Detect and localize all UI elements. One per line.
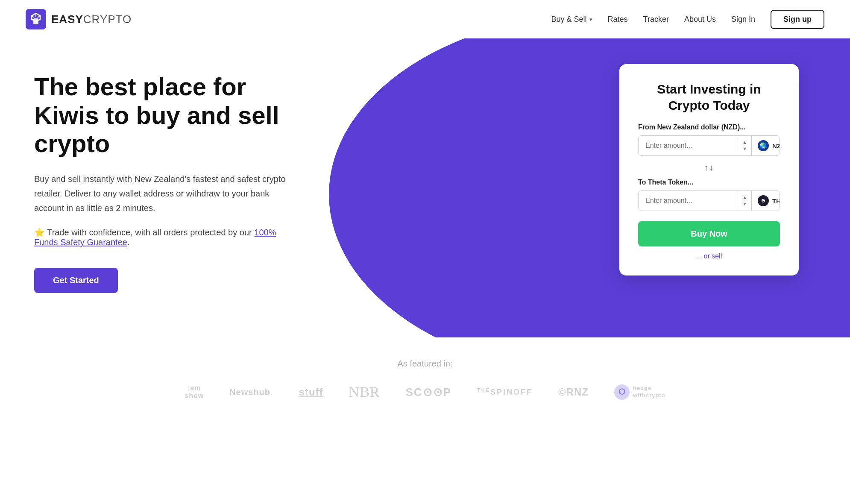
get-started-button[interactable]: Get Started bbox=[34, 268, 118, 293]
invest-card: Start Investing in Crypto Today From New… bbox=[619, 64, 799, 275]
hero-subtitle: Buy and sell instantly with New Zealand'… bbox=[34, 172, 290, 215]
logo[interactable]: EASYCRYPTO bbox=[26, 9, 132, 29]
stepper-up-icon: ▲ bbox=[742, 139, 747, 146]
hero-left-content: The best place for Kiwis to buy and sell… bbox=[0, 38, 325, 319]
featured-section: As featured in: :amshow Newshub. stuff N… bbox=[0, 337, 850, 426]
featured-label: As featured in: bbox=[34, 359, 816, 369]
stepper-down-icon: ▼ bbox=[742, 146, 747, 152]
or-sell-link[interactable]: ... or sell bbox=[638, 252, 780, 260]
from-currency-selector[interactable]: 🌏 NZD ▾ bbox=[751, 136, 780, 155]
hero-section: The best place for Kiwis to buy and sell… bbox=[0, 38, 850, 337]
from-amount-input[interactable] bbox=[639, 136, 738, 155]
logo-icon bbox=[26, 9, 46, 29]
to-amount-stepper[interactable]: ▲ ▼ bbox=[738, 193, 751, 209]
nzd-flag-icon: 🌏 bbox=[758, 140, 769, 151]
featured-logos-row: :amshow Newshub. stuff NBR SC⊙⊙P THESPIN… bbox=[34, 384, 816, 400]
logo-the-spinoff: THESPINOFF bbox=[477, 387, 533, 397]
nav-buy-sell[interactable]: Buy & Sell ▾ bbox=[551, 15, 592, 24]
swap-arrows-button[interactable]: ↑↓ bbox=[638, 163, 780, 173]
hero-guarantee: ⭐ Trade with confidence, with all orders… bbox=[34, 227, 290, 247]
from-label: From New Zealand dollar (NZD)... bbox=[638, 123, 780, 131]
logo-stuff: stuff bbox=[299, 386, 323, 398]
logo-wordmark: EASYCRYPTO bbox=[51, 13, 132, 26]
nav-tracker[interactable]: Tracker bbox=[643, 15, 669, 24]
hero-right-card: Start Investing in Crypto Today From New… bbox=[619, 64, 799, 275]
logo-the-am-show: :amshow bbox=[185, 384, 204, 399]
nav-rates[interactable]: Rates bbox=[608, 15, 628, 24]
main-nav: Buy & Sell ▾ Rates Tracker About Us Sign… bbox=[551, 10, 824, 29]
logo-rnz: ©RNZ bbox=[558, 386, 589, 398]
stepper-up-icon: ▲ bbox=[742, 194, 747, 201]
from-amount-stepper[interactable]: ▲ ▼ bbox=[738, 138, 751, 154]
logo-scoop: SC⊙⊙P bbox=[406, 386, 451, 399]
sign-in-button[interactable]: Sign In bbox=[731, 15, 755, 24]
buy-now-button[interactable]: Buy Now bbox=[638, 221, 780, 246]
sign-up-button[interactable]: Sign up bbox=[771, 10, 824, 29]
theta-token-icon: Θ bbox=[758, 195, 769, 206]
from-input-row: ▲ ▼ 🌏 NZD ▾ bbox=[638, 135, 780, 156]
logo-newshub: Newshub. bbox=[229, 387, 273, 397]
header: EASYCRYPTO Buy & Sell ▾ Rates Tracker Ab… bbox=[0, 0, 850, 38]
to-label: To Theta Token... bbox=[638, 179, 780, 186]
hero-title: The best place for Kiwis to buy and sell… bbox=[34, 73, 290, 158]
logo-hedge-with-crypto: ⬡ hedgewithcrypto bbox=[614, 384, 665, 400]
to-amount-input[interactable] bbox=[639, 191, 738, 211]
to-input-row: ▲ ▼ Θ THETA ▾ bbox=[638, 190, 780, 211]
nav-about-us[interactable]: About Us bbox=[684, 15, 716, 24]
invest-card-title: Start Investing in Crypto Today bbox=[638, 81, 780, 113]
logo-nbr: NBR bbox=[349, 384, 380, 400]
chevron-down-icon: ▾ bbox=[589, 16, 592, 23]
stepper-down-icon: ▼ bbox=[742, 201, 747, 207]
svg-rect-1 bbox=[33, 18, 38, 24]
to-currency-selector[interactable]: Θ THETA ▾ bbox=[751, 191, 780, 211]
